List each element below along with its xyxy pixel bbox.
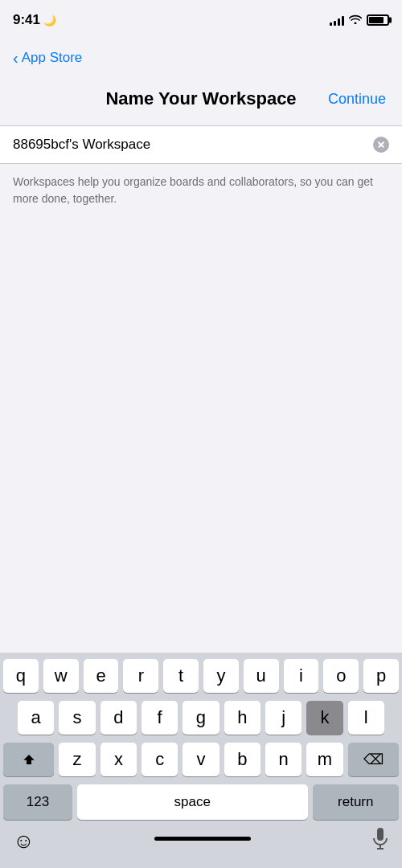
numbers-key[interactable]: 123 xyxy=(3,784,72,820)
key-n[interactable]: n xyxy=(265,743,302,776)
key-a[interactable]: a xyxy=(18,701,54,735)
title-row: Name Your Workspace Continue xyxy=(0,76,402,125)
key-v[interactable]: v xyxy=(183,743,219,776)
key-s[interactable]: s xyxy=(59,701,95,735)
key-k[interactable]: k xyxy=(306,701,343,735)
key-t[interactable]: t xyxy=(163,659,199,693)
key-z[interactable]: z xyxy=(59,743,95,776)
wifi-icon xyxy=(349,14,362,27)
key-l[interactable]: l xyxy=(348,701,384,735)
key-e[interactable]: e xyxy=(84,659,119,693)
keyboard: q w e r t y u i o p a s d f g h j k l z … xyxy=(0,653,402,868)
back-chevron-icon: ‹ xyxy=(13,50,18,66)
key-m[interactable]: m xyxy=(306,743,343,776)
status-icons xyxy=(330,14,389,27)
back-label: App Store xyxy=(22,50,83,66)
key-d[interactable]: d xyxy=(100,701,137,735)
home-indicator xyxy=(154,837,251,841)
space-key[interactable]: space xyxy=(77,784,308,820)
shift-key[interactable] xyxy=(3,743,54,776)
key-f[interactable]: f xyxy=(142,701,178,735)
key-i[interactable]: i xyxy=(284,659,319,693)
status-bar: 9:41 🌙 xyxy=(0,0,402,40)
page-title: Name Your Workspace xyxy=(105,88,296,109)
battery-icon xyxy=(367,14,389,26)
status-time: 9:41 xyxy=(13,12,40,28)
return-key[interactable]: return xyxy=(313,784,399,820)
key-g[interactable]: g xyxy=(183,701,219,735)
key-c[interactable]: c xyxy=(142,743,178,776)
svg-rect-0 xyxy=(377,828,384,841)
key-r[interactable]: r xyxy=(123,659,158,693)
keyboard-extra-bar: ☺ xyxy=(0,825,402,868)
key-w[interactable]: w xyxy=(43,659,79,693)
mic-key[interactable] xyxy=(371,827,389,854)
nav-bar: ‹ App Store xyxy=(0,40,402,76)
key-o[interactable]: o xyxy=(323,659,359,693)
key-b[interactable]: b xyxy=(224,743,260,776)
key-p[interactable]: p xyxy=(363,659,399,693)
keyboard-row-3: z x c v b n m ⌫ xyxy=(0,743,402,776)
moon-icon: 🌙 xyxy=(43,14,56,27)
key-y[interactable]: y xyxy=(203,659,239,693)
continue-button[interactable]: Continue xyxy=(328,91,386,108)
delete-icon: ⌫ xyxy=(363,751,384,768)
keyboard-bottom-row: 123 space return xyxy=(0,784,402,820)
back-button[interactable]: ‹ App Store xyxy=(13,50,82,66)
workspace-input[interactable] xyxy=(13,126,367,163)
key-x[interactable]: x xyxy=(100,743,137,776)
description-text: Workspaces help you organize boards and … xyxy=(0,164,402,217)
keyboard-row-2: a s d f g h j k l xyxy=(0,701,402,735)
input-container xyxy=(0,125,402,164)
shift-icon xyxy=(22,752,36,767)
emoji-key[interactable]: ☺ xyxy=(13,829,35,854)
key-h[interactable]: h xyxy=(224,701,260,735)
keyboard-row-1: q w e r t y u i o p xyxy=(0,659,402,693)
clear-button[interactable] xyxy=(373,137,389,153)
key-q[interactable]: q xyxy=(3,659,39,693)
delete-key[interactable]: ⌫ xyxy=(348,743,399,776)
signal-icon xyxy=(330,14,344,26)
key-u[interactable]: u xyxy=(244,659,279,693)
key-j[interactable]: j xyxy=(265,701,302,735)
